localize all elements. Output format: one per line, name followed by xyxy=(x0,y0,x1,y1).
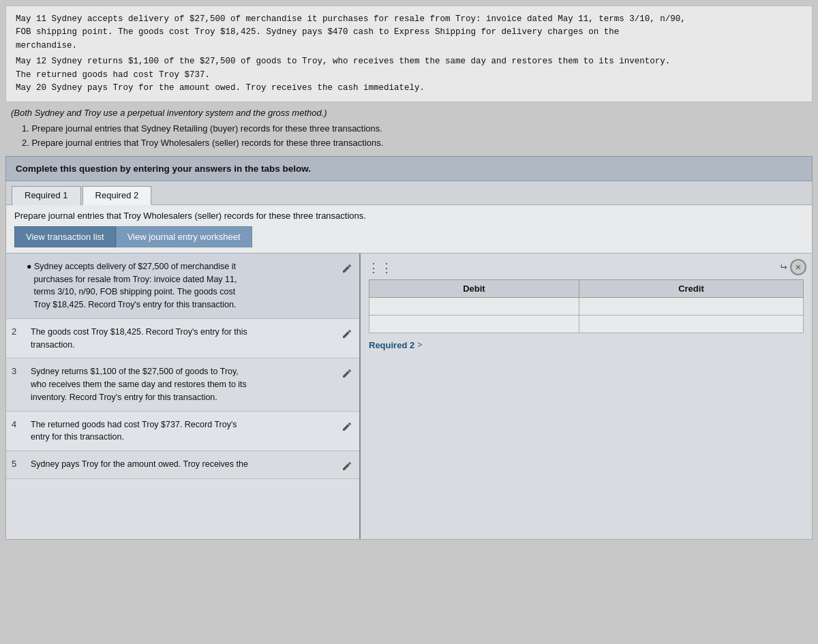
item-number: 4 xyxy=(12,419,25,429)
debit-header: Debit xyxy=(369,279,579,297)
scenario-line1: May 11 Sydney accepts delivery of $27,50… xyxy=(16,13,802,26)
tab-required2[interactable]: Required 2 xyxy=(82,186,152,205)
grid-icon: ⋮⋮ xyxy=(367,260,393,275)
required2-nav[interactable]: Required 2 > xyxy=(369,340,804,350)
transaction-item: 2 The goods cost Troy $18,425. Record Tr… xyxy=(6,319,359,359)
item-text: The returned goods had cost Troy $737. R… xyxy=(31,418,336,444)
item-text: Sydney returns $1,100 of the $27,500 of … xyxy=(31,365,336,403)
tabs-area: Required 1 Required 2 Prepare journal en… xyxy=(5,181,813,254)
edit-icon[interactable] xyxy=(342,327,354,339)
button-row: View transaction list View journal entry… xyxy=(14,226,804,247)
table-row xyxy=(369,297,804,315)
transaction-list: ● Sydney accepts delivery of $27,500 of … xyxy=(6,254,359,479)
view-journal-button[interactable]: View journal entry worksheet xyxy=(116,226,252,247)
credit-cell[interactable] xyxy=(579,297,803,315)
edit-icon[interactable] xyxy=(342,367,354,379)
item-number: 2 xyxy=(12,326,25,337)
transaction-item: 3 Sydney returns $1,100 of the $27,500 o… xyxy=(6,358,359,411)
cursor-icon: ↵ xyxy=(781,259,787,273)
right-panel: ⋮⋮ ↵ ✕ Debit Credit xyxy=(361,254,812,539)
transaction-item: 5 Sydney pays Troy for the amount owed. … xyxy=(6,451,359,479)
tab-required1[interactable]: Required 1 xyxy=(12,186,81,205)
tab-row: Required 1 Required 2 xyxy=(6,181,812,205)
main-content-area: ● Sydney accepts delivery of $27,500 of … xyxy=(5,254,813,540)
scenario-line2: FOB shipping point. The goods cost Troy … xyxy=(16,26,802,39)
instructions: 1. Prepare journal entries that Sydney R… xyxy=(22,122,813,151)
tab-content: Prepare journal entries that Troy Wholes… xyxy=(6,205,812,253)
debit-credit-table: Debit Credit xyxy=(369,279,804,333)
transaction-item: ● Sydney accepts delivery of $27,500 of … xyxy=(6,254,359,319)
scenario-note: (Both Sydney and Troy use a perpetual in… xyxy=(11,108,813,118)
scenario-line3: merchandise. xyxy=(16,40,802,52)
edit-icon[interactable] xyxy=(342,262,354,274)
debit-cell[interactable] xyxy=(369,297,579,315)
scenario-line5: The returned goods had cost Troy $737. xyxy=(16,69,802,82)
item-number: 5 xyxy=(12,459,25,469)
item-text: The goods cost Troy $18,425. Record Troy… xyxy=(31,326,336,352)
item-text: ● Sydney accepts delivery of $27,500 of … xyxy=(27,260,336,311)
view-transaction-button[interactable]: View transaction list xyxy=(14,226,116,247)
arrow-right-icon: > xyxy=(417,340,422,350)
debit-cell[interactable] xyxy=(369,315,579,333)
left-panel: ● Sydney accepts delivery of $27,500 of … xyxy=(6,254,361,539)
scenario-line6: May 20 Sydney pays Troy for the amount o… xyxy=(16,82,802,95)
edit-icon[interactable] xyxy=(342,420,354,432)
close-button[interactable]: ✕ xyxy=(790,259,806,275)
scenario-line4: May 12 Sydney returns $1,100 of the $27,… xyxy=(16,55,802,68)
item-text: Sydney pays Troy for the amount owed. Tr… xyxy=(31,458,336,471)
item-number: 3 xyxy=(12,366,25,376)
table-controls: ⋮⋮ xyxy=(361,254,812,279)
instruction-2: 2. Prepare journal entries that Troy Who… xyxy=(22,136,813,151)
instruction-banner: Complete this question by entering your … xyxy=(5,156,813,181)
required2-label: Required 2 xyxy=(369,340,414,350)
table-row xyxy=(369,315,804,333)
tab-description: Prepare journal entries that Troy Wholes… xyxy=(14,211,804,221)
edit-icon[interactable] xyxy=(342,459,354,472)
transaction-item: 4 The returned goods had cost Troy $737.… xyxy=(6,412,359,452)
instruction-1: 1. Prepare journal entries that Sydney R… xyxy=(22,122,813,136)
credit-cell[interactable] xyxy=(579,315,803,333)
scenario-text: May 11 Sydney accepts delivery of $27,50… xyxy=(5,5,813,102)
credit-header: Credit xyxy=(579,279,803,297)
